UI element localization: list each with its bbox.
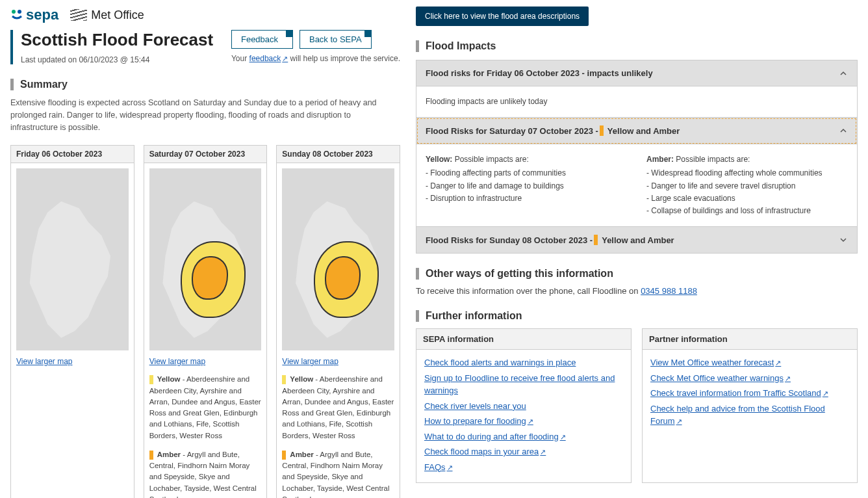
back-to-sepa-button[interactable]: Back to SEPA bbox=[300, 30, 372, 49]
partner-link[interactable]: Check help and advice from the Scottish … bbox=[650, 402, 849, 428]
external-icon: ↗ bbox=[785, 374, 791, 382]
accordion-body-friday: Flooding impacts are unlikely today bbox=[416, 86, 857, 118]
impact-item: Disruption to infrastructure bbox=[426, 192, 627, 205]
met-office-logo-icon bbox=[70, 9, 87, 21]
impact-item: Widespread flooding affecting whole comm… bbox=[646, 167, 848, 179]
floodline-phone-link[interactable]: 0345 988 1188 bbox=[641, 286, 697, 296]
summary-heading: Summary bbox=[10, 79, 400, 90]
met-office-logo-text: Met Office bbox=[91, 8, 144, 22]
yellow-legend: Yellow - Aberdeenshire and Aberdeen City… bbox=[282, 374, 394, 441]
external-icon: ↗ bbox=[775, 359, 781, 367]
partner-info-header: Partner information bbox=[643, 329, 857, 350]
accordion-header-saturday[interactable]: Flood Risks for Saturday 07 October 2023… bbox=[416, 118, 857, 144]
amber-swatch-icon bbox=[149, 451, 153, 460]
header-buttons: Feedback Back to SEPA Your feedback↗ wil… bbox=[231, 30, 400, 63]
sepa-info-header: SEPA information bbox=[416, 329, 631, 350]
accordion-header-friday[interactable]: Flood risks for Friday 06 October 2023 -… bbox=[416, 60, 857, 86]
left-column: sepa Met Office Scottish Flood Forecast … bbox=[10, 7, 400, 498]
map-card: Friday 06 October 2023 View larger map bbox=[10, 145, 134, 498]
impact-item: Flooding affecting parts of communities bbox=[426, 167, 627, 179]
external-icon: ↗ bbox=[447, 464, 453, 471]
title-block: Scottish Flood Forecast Last updated on … bbox=[10, 30, 213, 64]
flood-impacts-heading: Flood Impacts bbox=[416, 40, 858, 52]
partner-link[interactable]: Check Met Office weather warnings↗ bbox=[650, 372, 849, 385]
chevron-down-icon bbox=[839, 235, 848, 244]
amber-alert-shape bbox=[192, 256, 227, 300]
impact-item: Danger to life and severe travel disrupt… bbox=[646, 180, 848, 192]
impact-item: Danger to life and damage to buildings bbox=[426, 180, 627, 192]
svg-point-1 bbox=[18, 10, 21, 14]
svg-point-0 bbox=[12, 10, 16, 14]
map-cards-row: Friday 06 October 2023 View larger map S… bbox=[10, 145, 400, 498]
sepa-info-links: Check flood alerts and warnings in place… bbox=[416, 350, 631, 482]
impact-item: Collapse of buildings and loss of infras… bbox=[646, 205, 848, 217]
yellow-swatch-icon bbox=[282, 375, 286, 384]
map-image bbox=[282, 168, 394, 350]
external-icon: ↗ bbox=[540, 448, 546, 456]
map-image bbox=[16, 168, 129, 350]
sepa-link[interactable]: What to do during and after flooding↗ bbox=[424, 430, 623, 443]
feedback-button[interactable]: Feedback bbox=[231, 30, 293, 49]
sepa-link[interactable]: FAQs↗ bbox=[424, 461, 623, 474]
info-columns: SEPA information Check flood alerts and … bbox=[416, 328, 858, 483]
partner-info-card: Partner information View Met Office weat… bbox=[642, 328, 858, 483]
yellow-legend: Yellow - Aberdeenshire and Aberdeen City… bbox=[149, 374, 262, 441]
map-card-date: Sunday 08 October 2023 bbox=[277, 146, 400, 163]
partner-info-links: View Met Office weather forecast↗Check M… bbox=[643, 350, 857, 437]
sepa-link[interactable]: How to prepare for flooding↗ bbox=[424, 415, 623, 428]
further-info-heading: Further information bbox=[416, 310, 858, 322]
header-row: Scottish Flood Forecast Last updated on … bbox=[10, 30, 400, 64]
right-column: Click here to view the flood area descri… bbox=[416, 7, 858, 498]
feedback-link[interactable]: feedback↗ bbox=[249, 54, 288, 63]
partner-link[interactable]: Check travel information from Traffic Sc… bbox=[650, 387, 849, 400]
sepa-info-card: SEPA information Check flood alerts and … bbox=[416, 328, 632, 483]
logo-row: sepa Met Office bbox=[10, 7, 400, 23]
map-card-date: Friday 06 October 2023 bbox=[11, 146, 134, 163]
view-area-descriptions-button[interactable]: Click here to view the flood area descri… bbox=[416, 7, 589, 26]
partner-link[interactable]: View Met Office weather forecast↗ bbox=[650, 356, 849, 369]
map-card: Saturday 07 October 2023 View larger map… bbox=[144, 145, 268, 498]
map-image bbox=[149, 168, 262, 350]
met-office-logo: Met Office bbox=[70, 8, 144, 22]
amber-impacts: Amber: Possible impacts are: Widespread … bbox=[646, 153, 848, 217]
yellow-impacts: Yellow: Possible impacts are: Flooding a… bbox=[426, 153, 627, 217]
impacts-accordion: Flood risks for Friday 06 October 2023 -… bbox=[416, 60, 858, 254]
floodline-text: To receive this information over the pho… bbox=[416, 286, 858, 296]
summary-text: Extensive flooding is expected across Sc… bbox=[10, 97, 400, 133]
impact-item: Large scale evacuations bbox=[646, 192, 848, 205]
yellow-swatch-icon bbox=[149, 375, 153, 384]
chevron-up-icon bbox=[839, 126, 848, 135]
map-card: Sunday 08 October 2023 View larger map Y… bbox=[276, 145, 400, 498]
external-icon: ↗ bbox=[560, 433, 566, 441]
view-larger-map-link[interactable]: View larger map bbox=[282, 357, 338, 366]
external-icon: ↗ bbox=[282, 55, 288, 62]
page-root: sepa Met Office Scottish Flood Forecast … bbox=[0, 0, 868, 498]
external-icon: ↗ bbox=[528, 417, 533, 425]
sepa-link[interactable]: Sign up to Floodline to receive free flo… bbox=[424, 372, 623, 397]
scotland-shape bbox=[25, 202, 115, 338]
amber-legend: Amber - Argyll and Bute, Central, Findho… bbox=[149, 449, 262, 498]
sepa-link[interactable]: Check flood alerts and warnings in place bbox=[424, 356, 623, 369]
map-card-date: Saturday 07 October 2023 bbox=[144, 146, 267, 163]
amber-swatch-icon bbox=[594, 235, 598, 245]
sepa-logo: sepa bbox=[10, 7, 58, 23]
sepa-logo-text: sepa bbox=[26, 7, 58, 23]
sepa-logo-icon bbox=[10, 8, 23, 21]
last-updated: Last updated on 06/10/2023 @ 15:44 bbox=[21, 55, 213, 64]
external-icon: ↗ bbox=[676, 417, 682, 425]
amber-legend: Amber - Argyll and Bute, Central, Findho… bbox=[282, 449, 394, 498]
other-ways-heading: Other ways of getting this information bbox=[416, 268, 858, 280]
amber-swatch-icon bbox=[600, 125, 604, 136]
external-icon: ↗ bbox=[823, 389, 828, 397]
amber-swatch-icon bbox=[282, 451, 286, 460]
view-larger-map-link[interactable]: View larger map bbox=[16, 357, 72, 366]
accordion-body-saturday: Yellow: Possible impacts are: Flooding a… bbox=[416, 144, 857, 227]
page-title: Scottish Flood Forecast bbox=[21, 30, 213, 50]
view-larger-map-link[interactable]: View larger map bbox=[149, 357, 205, 366]
sepa-link[interactable]: Check flood maps in your area↗ bbox=[424, 445, 623, 458]
chevron-up-icon bbox=[839, 69, 848, 78]
feedback-note: Your feedback↗ will help us improve the … bbox=[231, 54, 400, 63]
accordion-header-sunday[interactable]: Flood Risks for Sunday 08 October 2023 -… bbox=[416, 227, 857, 253]
sepa-link[interactable]: Check river levels near you bbox=[424, 400, 623, 413]
